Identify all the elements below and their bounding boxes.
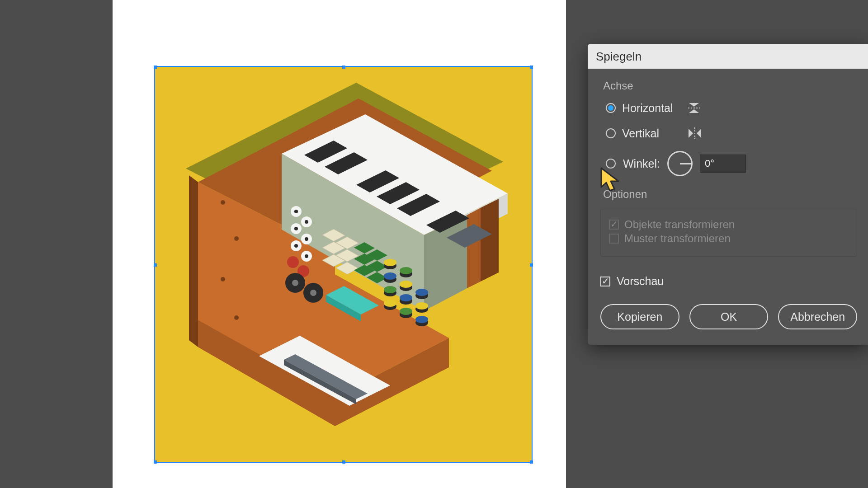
svg-point-76 bbox=[221, 200, 225, 205]
svg-point-30 bbox=[305, 254, 308, 258]
svg-marker-83 bbox=[689, 129, 693, 138]
axis-angle-row[interactable]: Winkel: bbox=[606, 151, 857, 176]
axis-horizontal-row[interactable]: Horizontal bbox=[606, 100, 857, 116]
svg-point-20 bbox=[294, 210, 298, 213]
transform-patterns-label: Muster transformieren bbox=[624, 232, 731, 245]
transform-objects-label: Objekte transformieren bbox=[624, 218, 735, 231]
selected-object[interactable] bbox=[155, 67, 532, 462]
svg-point-64 bbox=[400, 308, 412, 315]
svg-point-54 bbox=[384, 272, 396, 280]
svg-point-50 bbox=[384, 259, 396, 266]
cancel-button[interactable]: Abbrechen bbox=[778, 304, 857, 329]
angle-label: Winkel: bbox=[623, 157, 660, 170]
canvas-artboard bbox=[113, 0, 566, 488]
svg-point-68 bbox=[415, 302, 428, 310]
axis-angle-radio[interactable] bbox=[606, 159, 616, 169]
transform-patterns-row: Muster transformieren bbox=[609, 232, 731, 245]
svg-marker-11 bbox=[481, 199, 499, 282]
transform-objects-row: Objekte transformieren bbox=[609, 218, 735, 231]
artwork-illustration bbox=[155, 67, 532, 462]
svg-point-52 bbox=[400, 267, 412, 274]
axis-vertical-label: Vertikal bbox=[622, 127, 681, 140]
preview-row[interactable]: Vorschau bbox=[600, 275, 857, 288]
svg-point-78 bbox=[221, 277, 225, 282]
options-group-label: Optionen bbox=[603, 188, 854, 201]
reflect-horizontal-icon bbox=[687, 101, 701, 115]
svg-marker-85 bbox=[697, 129, 701, 138]
svg-point-26 bbox=[305, 237, 308, 241]
svg-point-70 bbox=[415, 316, 428, 323]
transform-patterns-checkbox bbox=[609, 234, 619, 244]
svg-point-31 bbox=[287, 256, 299, 268]
reflect-dialog: Spiegeln Achse Horizontal Vertikal bbox=[588, 44, 868, 345]
copy-button[interactable]: Kopieren bbox=[600, 304, 679, 329]
svg-marker-80 bbox=[689, 103, 699, 107]
svg-point-60 bbox=[400, 294, 412, 301]
preview-checkbox[interactable] bbox=[600, 277, 610, 286]
svg-point-66 bbox=[415, 289, 428, 296]
svg-marker-3 bbox=[189, 175, 198, 347]
reflect-vertical-icon bbox=[687, 127, 703, 140]
axis-vertical-row[interactable]: Vertikal bbox=[606, 126, 857, 141]
axis-group-label: Achse bbox=[603, 80, 854, 92]
svg-point-58 bbox=[384, 286, 396, 293]
svg-point-77 bbox=[234, 236, 239, 241]
svg-point-24 bbox=[294, 227, 298, 230]
svg-point-62 bbox=[384, 300, 396, 307]
dialog-title[interactable]: Spiegeln bbox=[588, 44, 868, 69]
svg-point-34 bbox=[292, 280, 298, 286]
axis-horizontal-radio[interactable] bbox=[606, 103, 616, 113]
axis-horizontal-label: Horizontal bbox=[622, 102, 681, 115]
options-box: Objekte transformieren Muster transformi… bbox=[600, 209, 857, 257]
svg-point-56 bbox=[400, 281, 412, 288]
svg-point-28 bbox=[294, 244, 298, 248]
angle-input[interactable] bbox=[700, 155, 746, 173]
svg-marker-10 bbox=[467, 208, 481, 288]
svg-point-36 bbox=[310, 290, 316, 296]
axis-vertical-radio[interactable] bbox=[606, 128, 616, 138]
svg-point-22 bbox=[305, 220, 308, 224]
angle-dial[interactable] bbox=[667, 151, 693, 176]
transform-objects-checkbox bbox=[609, 220, 619, 230]
svg-marker-82 bbox=[689, 109, 699, 113]
ok-button[interactable]: OK bbox=[689, 304, 769, 329]
preview-label: Vorschau bbox=[617, 275, 664, 288]
svg-point-79 bbox=[234, 315, 239, 320]
